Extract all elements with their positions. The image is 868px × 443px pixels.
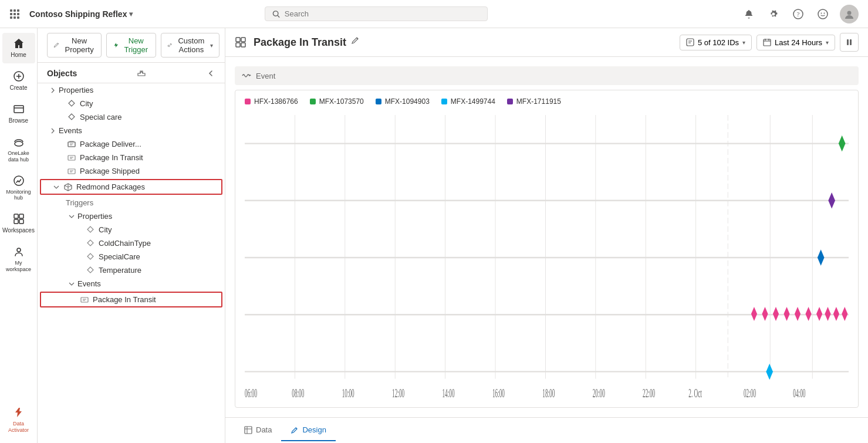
top-nav: Contoso Shipping Reflex ▾ ? — [0, 0, 868, 28]
settings-button[interactable] — [766, 6, 781, 22]
sidebar-item-browse[interactable]: Browse — [2, 99, 35, 129]
search-input[interactable] — [285, 9, 480, 18]
new-property-button[interactable]: New Property — [47, 33, 102, 58]
data-activator-icon — [13, 407, 25, 418]
sidebar-item-home[interactable]: Home — [2, 33, 35, 63]
legend-dot — [441, 99, 447, 104]
sidebar-item-browse-label: Browse — [9, 117, 28, 124]
sidebar-item-onelake[interactable]: OneLake data hub — [2, 131, 35, 168]
tree-properties-header[interactable]: Properties — [38, 83, 225, 97]
main-content: Package In Transit 5 of 102 IDs ▾ — [225, 28, 868, 443]
svg-rect-7 — [13, 16, 16, 19]
tree-redmond-packages[interactable]: Redmond Packages — [40, 179, 222, 195]
new-trigger-button[interactable]: New Trigger — [106, 33, 156, 58]
icon-sidebar: Home Create Browse OneLake data hub — [0, 28, 38, 443]
edit-title-icon[interactable] — [351, 36, 360, 49]
search-bar[interactable] — [265, 6, 488, 21]
svg-rect-73 — [839, 136, 846, 151]
chart-header: Event — [235, 66, 859, 85]
sidebar-item-myworkspace-label: My workspace — [5, 260, 33, 273]
browse-icon — [13, 103, 25, 115]
tree-city-sub[interactable]: City — [38, 223, 225, 236]
tree-specialcare[interactable]: SpecialCare — [38, 250, 225, 263]
pause-button[interactable] — [840, 33, 859, 52]
tree-package-in-transit-sub[interactable]: Package In Transit — [40, 292, 222, 307]
app-grid-icon[interactable] — [9, 9, 20, 19]
tree-properties-sub[interactable]: Properties — [38, 209, 225, 223]
chart-header-label: Event — [256, 72, 275, 80]
svg-rect-50 — [764, 39, 771, 46]
tab-design[interactable]: Design — [281, 420, 335, 441]
bell-icon — [744, 9, 754, 19]
event-icon-2 — [66, 154, 77, 162]
tree-special-care[interactable]: Special care — [38, 110, 225, 124]
sidebar-item-create[interactable]: Create — [2, 66, 35, 96]
svg-rect-84 — [833, 307, 839, 321]
svg-rect-45 — [236, 43, 240, 47]
svg-text:14:00: 14:00 — [442, 386, 454, 400]
svg-rect-81 — [805, 307, 811, 321]
property-icon — [66, 100, 77, 108]
chevron-left-button[interactable] — [206, 69, 215, 78]
legend-label: MFX-1711915 — [516, 97, 561, 106]
sidebar-item-monitoring[interactable]: Monitoring hub — [2, 170, 35, 207]
tree-city-top[interactable]: City — [38, 97, 225, 110]
svg-rect-55 — [850, 39, 852, 45]
sidebar-item-workspaces[interactable]: Workspaces — [2, 208, 35, 239]
legend-item: MFX-1711915 — [507, 97, 561, 106]
svg-rect-80 — [795, 307, 801, 321]
event-icon-transit — [79, 296, 90, 304]
svg-rect-99 — [245, 427, 252, 434]
help-button[interactable]: ? — [791, 6, 806, 22]
content-header: Package In Transit 5 of 102 IDs ▾ — [225, 28, 868, 57]
tree-temperature[interactable]: Temperature — [38, 263, 225, 277]
svg-rect-47 — [687, 39, 694, 46]
svg-rect-77 — [762, 307, 768, 321]
ids-filter-button[interactable]: 5 of 102 IDs ▾ — [680, 35, 752, 50]
tree-events-header[interactable]: Events — [38, 124, 225, 137]
event-icon-3 — [66, 167, 77, 175]
prop-icon-temp — [85, 266, 96, 275]
notifications-button[interactable] — [741, 6, 756, 22]
chevron-left-icon — [206, 69, 215, 78]
legend-label: MFX-1073570 — [319, 97, 364, 106]
prop-icon-city — [85, 226, 96, 234]
tree-triggers[interactable]: Triggers — [38, 196, 225, 209]
svg-text:?: ? — [797, 11, 800, 18]
event-icon-1 — [66, 140, 77, 148]
svg-rect-0 — [10, 9, 12, 12]
objects-header: Objects — [38, 63, 225, 83]
legend-item: HFX-1386766 — [245, 97, 298, 106]
tab-data[interactable]: Data — [235, 420, 281, 441]
create-icon — [13, 70, 25, 82]
svg-point-13 — [818, 9, 828, 19]
sidebar-item-create-label: Create — [9, 84, 27, 92]
sidebar-item-workspaces-label: Workspaces — [2, 227, 35, 234]
time-range-button[interactable]: Last 24 Hours ▾ — [756, 35, 835, 50]
legend-dot — [376, 99, 381, 104]
app-name[interactable]: Contoso Shipping Reflex ▾ — [29, 9, 133, 19]
tree-package-shipped[interactable]: Package Shipped — [38, 164, 225, 178]
emoji-button[interactable] — [815, 6, 830, 22]
svg-rect-5 — [17, 13, 19, 15]
property-icon-2 — [66, 113, 77, 121]
tree-package-in-transit-top[interactable]: Package In Transit — [38, 151, 225, 164]
svg-rect-2 — [17, 9, 19, 12]
svg-rect-75 — [818, 249, 825, 265]
onelake-icon — [13, 136, 25, 148]
sidebar-item-data-activator[interactable]: Data Activator — [2, 402, 35, 438]
collapse-panel-button[interactable] — [137, 69, 146, 78]
tree-coldchaintype[interactable]: ColdChainType — [38, 236, 225, 250]
svg-rect-79 — [783, 307, 789, 321]
tree-events-sub[interactable]: Events — [38, 277, 225, 290]
id-filter-icon — [686, 38, 694, 46]
legend-item: MFX-1073570 — [310, 97, 364, 106]
avatar[interactable] — [840, 5, 859, 23]
gear-icon — [768, 9, 779, 19]
tree-package-deliver[interactable]: Package Deliver... — [38, 137, 225, 151]
custom-actions-button[interactable]: Custom Actions ▾ — [161, 33, 219, 58]
sidebar-item-myworkspace[interactable]: My workspace — [2, 241, 35, 278]
event-wave-icon — [242, 71, 251, 80]
svg-text:10:00: 10:00 — [342, 386, 354, 400]
sidebar-item-onelake-label: OneLake data hub — [5, 150, 33, 163]
